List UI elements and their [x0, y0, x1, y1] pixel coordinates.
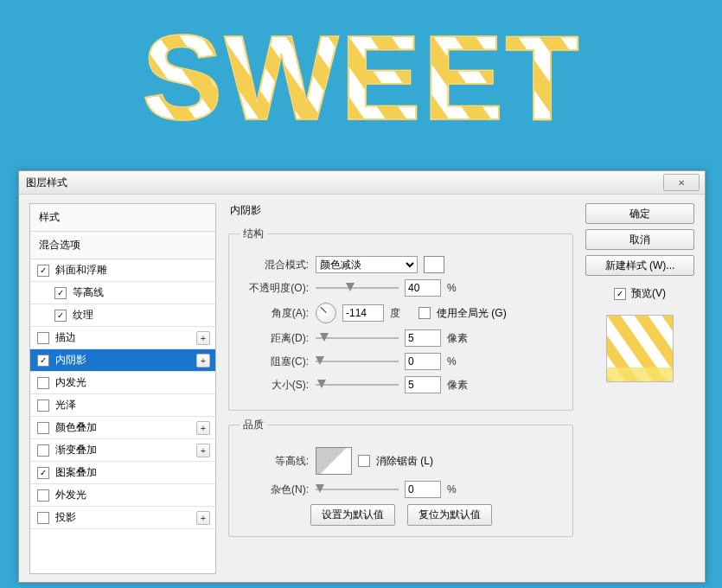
checkbox-icon[interactable]	[37, 355, 49, 367]
checkbox-icon[interactable]	[37, 489, 49, 502]
checkbox-icon[interactable]	[37, 265, 49, 277]
size-label: 大小(S):	[240, 378, 309, 393]
dialog-title: 图层样式	[26, 176, 67, 190]
sidebar-item-label: 斜面和浮雕	[55, 263, 107, 278]
choke-unit: %	[447, 355, 470, 368]
checkbox-icon[interactable]	[37, 332, 49, 344]
cancel-button[interactable]: 取消	[585, 229, 694, 250]
group-structure-legend: 结构	[240, 227, 267, 241]
settings-panel: 内阴影 结构 混合模式: 颜色减淡 不透明度(O):	[228, 203, 573, 574]
checkbox-icon[interactable]	[37, 422, 49, 434]
close-button[interactable]: ✕	[663, 174, 700, 191]
choke-label: 阻塞(C):	[240, 355, 309, 369]
choke-slider[interactable]	[316, 355, 399, 368]
sidebar-item-label: 渐变叠加	[55, 443, 97, 457]
group-quality-legend: 品质	[240, 418, 267, 432]
angle-dial[interactable]	[316, 303, 336, 323]
sidebar-item-label: 光泽	[55, 398, 76, 412]
blend-mode-select[interactable]: 颜色减淡	[316, 256, 418, 273]
angle-unit: 度	[390, 306, 412, 321]
sidebar-header-styles[interactable]: 样式	[30, 204, 215, 232]
preview-thumbnail	[606, 315, 674, 382]
sidebar-item-color-overlay[interactable]: 颜色叠加 +	[30, 417, 215, 439]
checkbox-icon[interactable]	[37, 512, 49, 524]
sidebar-item-label: 内发光	[55, 375, 86, 390]
global-light-checkbox[interactable]	[419, 307, 431, 319]
opacity-slider[interactable]	[316, 282, 399, 294]
sidebar-item-bevel[interactable]: 斜面和浮雕	[30, 259, 215, 282]
global-light-label: 使用全局光 (G)	[437, 306, 507, 321]
layer-style-dialog: 图层样式 ✕ 样式 混合选项 斜面和浮雕 等高线 纹理 描边	[18, 170, 706, 583]
angle-input[interactable]	[342, 304, 384, 322]
opacity-label: 不透明度(O):	[240, 281, 309, 296]
noise-unit: %	[447, 483, 470, 495]
sidebar-item-texture[interactable]: 纹理	[30, 304, 215, 327]
distance-label: 距离(D):	[240, 331, 309, 346]
add-instance-button[interactable]: +	[196, 354, 210, 368]
sidebar-item-label: 图案叠加	[55, 465, 97, 480]
distance-input[interactable]	[405, 329, 441, 347]
checkbox-icon[interactable]	[54, 287, 67, 299]
sidebar-item-inner-shadow[interactable]: 内阴影 +	[30, 349, 215, 372]
new-style-button[interactable]: 新建样式 (W)...	[585, 255, 694, 276]
angle-label: 角度(A):	[240, 306, 309, 321]
opacity-unit: %	[447, 282, 470, 294]
distance-slider[interactable]	[316, 332, 399, 344]
sidebar-item-contour[interactable]: 等高线	[30, 282, 215, 304]
group-quality: 品质 等高线: 消除锯齿 (L) 杂色(N):	[228, 418, 573, 537]
effects-sidebar: 样式 混合选项 斜面和浮雕 等高线 纹理 描边 + 内阴影	[29, 203, 216, 574]
add-instance-button[interactable]: +	[196, 444, 210, 457]
checkbox-icon[interactable]	[37, 377, 49, 389]
checkbox-icon[interactable]	[37, 444, 49, 457]
preview-label: 预览(V)	[631, 286, 666, 301]
contour-label: 等高线:	[240, 454, 309, 469]
svg-text:SWEET: SWEET	[142, 16, 581, 145]
checkbox-icon[interactable]	[54, 310, 67, 322]
svg-rect-6	[607, 368, 673, 381]
blend-mode-label: 混合模式:	[240, 258, 309, 272]
sidebar-item-inner-glow[interactable]: 内发光	[30, 372, 215, 394]
sidebar-item-label: 颜色叠加	[55, 420, 97, 435]
sidebar-item-stroke[interactable]: 描边 +	[30, 327, 215, 349]
size-input[interactable]	[405, 376, 441, 393]
shadow-color-swatch[interactable]	[424, 256, 444, 273]
sidebar-item-satin[interactable]: 光泽	[30, 394, 215, 417]
ok-button[interactable]: 确定	[585, 203, 694, 224]
group-structure: 结构 混合模式: 颜色减淡 不透明度(O):	[228, 227, 573, 411]
choke-input[interactable]	[405, 353, 441, 370]
anti-alias-checkbox[interactable]	[358, 455, 370, 467]
close-icon: ✕	[678, 178, 685, 188]
sidebar-item-gradient-overlay[interactable]: 渐变叠加 +	[30, 439, 215, 462]
sidebar-item-label: 等高线	[73, 285, 104, 300]
sidebar-item-label: 内阴影	[55, 353, 86, 368]
add-instance-button[interactable]: +	[196, 421, 210, 435]
noise-slider[interactable]	[316, 483, 399, 495]
dialog-right-column: 确定 取消 新建样式 (W)... ✓ 预览(V)	[585, 203, 694, 574]
opacity-input[interactable]	[405, 279, 441, 297]
sidebar-header-blend[interactable]: 混合选项	[30, 232, 215, 259]
checkbox-icon[interactable]	[37, 399, 49, 412]
noise-label: 杂色(N):	[240, 483, 309, 497]
checkbox-icon[interactable]	[37, 467, 49, 479]
add-instance-button[interactable]: +	[196, 511, 210, 525]
anti-alias-label: 消除锯齿 (L)	[376, 454, 433, 469]
sidebar-item-outer-glow[interactable]: 外发光	[30, 484, 215, 507]
sidebar-item-drop-shadow[interactable]: 投影 +	[30, 507, 215, 529]
sidebar-item-label: 描边	[55, 330, 76, 345]
noise-input[interactable]	[405, 481, 441, 498]
panel-title: 内阴影	[230, 203, 573, 218]
reset-default-button[interactable]: 复位为默认值	[407, 504, 492, 526]
add-instance-button[interactable]: +	[196, 331, 210, 345]
canvas-sweet-text: SWEET SWEET	[0, 16, 722, 157]
sidebar-item-label: 纹理	[73, 308, 93, 323]
preview-checkbox[interactable]: ✓	[614, 288, 626, 300]
distance-unit: 像素	[447, 331, 470, 346]
sidebar-item-pattern-overlay[interactable]: 图案叠加	[30, 462, 215, 484]
dialog-titlebar[interactable]: 图层样式 ✕	[19, 171, 705, 195]
set-default-button[interactable]: 设置为默认值	[310, 504, 395, 526]
size-slider[interactable]	[316, 379, 399, 391]
contour-picker[interactable]	[316, 447, 352, 475]
sidebar-item-label: 投影	[55, 510, 76, 525]
sidebar-item-label: 外发光	[55, 488, 86, 502]
size-unit: 像素	[447, 378, 470, 393]
